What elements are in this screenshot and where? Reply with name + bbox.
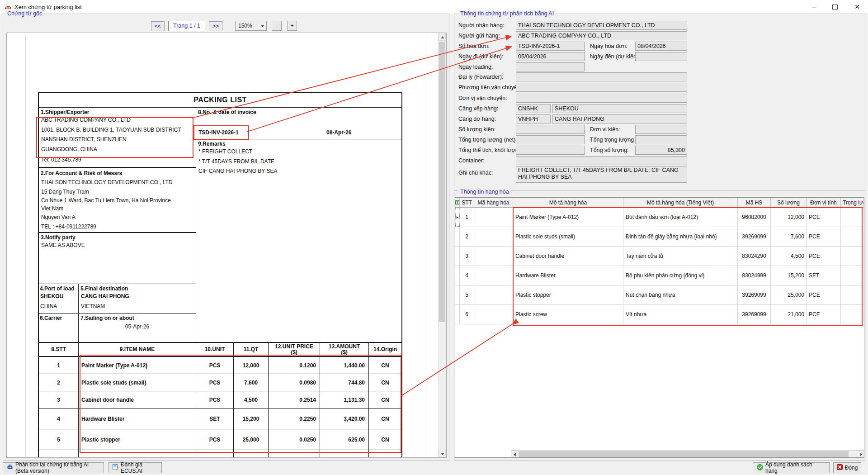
container-input[interactable] bbox=[516, 156, 687, 165]
carrier-unit-input[interactable] bbox=[516, 94, 687, 103]
invoice-no-input[interactable]: TSD-INV-2026-1 bbox=[516, 42, 585, 51]
goods-header-hs[interactable]: Mã HS bbox=[738, 198, 771, 207]
net-weight-label: Tổng trọng lượng (net): bbox=[458, 135, 517, 144]
goods-grid: STT Mã hàng hóa Mô tả hàng hóa Mô tả hàn… bbox=[455, 197, 864, 458]
scrollbar-thumb[interactable] bbox=[439, 42, 445, 322]
zoom-level-value: 150% bbox=[238, 23, 252, 29]
transport-means-input[interactable] bbox=[516, 83, 687, 92]
goods-hs: 83024999 bbox=[738, 266, 771, 285]
goods-code bbox=[474, 305, 513, 324]
page-indicator[interactable]: Trang 1 / 1 bbox=[168, 21, 205, 31]
prev-page-button[interactable]: << bbox=[151, 21, 165, 31]
goods-hs: 39269099 bbox=[738, 227, 771, 246]
row-selector-cell[interactable]: ► bbox=[455, 208, 460, 227]
net-weight-input[interactable] bbox=[516, 135, 585, 144]
goods-header-desc-vi[interactable]: Mô tả hàng hóa (Tiếng Việt) bbox=[623, 198, 738, 207]
minimize-button[interactable]: – bbox=[804, 0, 825, 14]
doc-shipper-cell: 1.Shipper/Exporter ABC TRADING COMPANY C… bbox=[39, 108, 196, 168]
forwarder-input[interactable] bbox=[516, 72, 687, 81]
doc-consignee-line: Co Nhue 1 Ward, Bac Tu Liem Town, Ha Noi… bbox=[39, 196, 196, 204]
grid-horizontal-scrollbar[interactable] bbox=[511, 450, 864, 458]
scroll-up-button[interactable] bbox=[439, 33, 446, 41]
scroll-right-button[interactable] bbox=[857, 451, 864, 458]
consignee-input[interactable]: THAI SON TECHNOLOGY DEVELOPMENT CO., LTD bbox=[516, 21, 687, 30]
invoice-no-label: Số hóa đơn: bbox=[458, 42, 490, 51]
load-port-name-input[interactable]: SHEKOU bbox=[552, 104, 687, 113]
etd-input[interactable]: 05/04/2026 bbox=[516, 52, 585, 61]
goods-row[interactable]: ► 1 Paint Marker (Type A-012) Bút đánh d… bbox=[455, 208, 864, 227]
package-qty-input[interactable] bbox=[516, 125, 585, 134]
doc-item-stt: 4 bbox=[39, 408, 79, 429]
scrollbar-thumb[interactable] bbox=[519, 451, 849, 457]
doc-consignee-label: 2.For Account & Risk of Messrs bbox=[39, 168, 196, 178]
goods-header-stt[interactable]: STT bbox=[460, 198, 474, 207]
goods-header-desc[interactable]: Mô tả hàng hóa bbox=[513, 198, 623, 207]
goods-unit: PCE bbox=[807, 208, 841, 227]
goods-unit: PCE bbox=[807, 305, 841, 324]
loading-date-input[interactable] bbox=[516, 62, 585, 71]
discharge-port-code-input[interactable]: VNHPH bbox=[516, 114, 551, 124]
discharge-port-name-input[interactable]: CANG HAI PHONG bbox=[552, 114, 687, 124]
close-button[interactable]: × bbox=[846, 0, 868, 14]
invoice-date-input[interactable]: 08/04/2026 bbox=[635, 42, 687, 51]
doc-invoice-cell: 8.No. & date of invoice TSD-INV-2026-1 0… bbox=[196, 108, 401, 139]
goods-row[interactable]: 6 Plastic screw Vít nhựa 39269099 21,000… bbox=[455, 305, 864, 324]
total-qty-input[interactable]: 85,300 bbox=[635, 146, 687, 155]
doc-item-unit-price: 0.1200 bbox=[269, 357, 320, 374]
total-qty-label: Tổng số lượng: bbox=[590, 146, 628, 155]
rate-ecus-ai-button[interactable]: Đánh giá ECUS.AI bbox=[108, 462, 162, 473]
goods-row[interactable]: 2 Plastic sole studs (small) Đinh tán đế… bbox=[455, 227, 864, 247]
goods-row[interactable]: 5 Plastic stopper Nút chặn bằng nhựa 392… bbox=[455, 285, 864, 305]
robot-icon bbox=[7, 464, 13, 471]
row-selector-cell[interactable] bbox=[455, 247, 460, 266]
doc-items-header-unit: 10.UNIT bbox=[196, 343, 234, 356]
volume-input[interactable] bbox=[516, 146, 585, 155]
row-selector-cell[interactable] bbox=[455, 227, 460, 246]
doc-item-stt: 5 bbox=[39, 429, 79, 450]
doc-item-name: Cabinet door handle bbox=[79, 391, 196, 408]
goods-desc: Plastic stopper bbox=[513, 285, 623, 304]
close-dialog-button[interactable]: Đóng bbox=[833, 462, 861, 473]
goods-header-unit[interactable]: Đơn vị tính bbox=[807, 198, 841, 207]
goods-header-weight[interactable]: Trọng lượng bbox=[841, 198, 864, 207]
package-unit-input[interactable] bbox=[635, 125, 687, 134]
other-notes-input[interactable]: FREIGHT COLLECT; T/T 45DAYS FROM B/L DAT… bbox=[516, 166, 687, 183]
goods-header-qty[interactable]: Số lượng bbox=[771, 198, 807, 207]
goods-row[interactable]: 3 Cabinet door handle Tay nắm cửa tủ 830… bbox=[455, 247, 864, 266]
scroll-left-button[interactable] bbox=[511, 451, 518, 458]
doc-item-unit-price: 0.2514 bbox=[269, 391, 320, 408]
app-rainbow-icon bbox=[5, 3, 12, 10]
doc-item-unit-price: 0.0250 bbox=[269, 429, 320, 450]
goods-group-label: Thông tin hàng hóa bbox=[458, 189, 511, 195]
goods-row[interactable]: 4 Hardware Blister Bộ phụ kiện phần cứng… bbox=[455, 266, 864, 285]
app-window: Xem chứng từ parking list – × Chứng từ g… bbox=[0, 0, 868, 475]
doc-items-header-stt: 8.STT bbox=[39, 343, 79, 356]
row-selector-cell[interactable] bbox=[455, 266, 460, 285]
goods-unit: PCE bbox=[807, 227, 841, 246]
container-label: Container: bbox=[458, 156, 485, 165]
load-port-label: Cảng xếp hàng: bbox=[458, 104, 498, 113]
scroll-down-button[interactable] bbox=[439, 450, 446, 457]
load-port-code-input[interactable]: CNSHK bbox=[516, 104, 551, 113]
maximize-button[interactable] bbox=[825, 0, 845, 14]
goods-header-code[interactable]: Mã hàng hóa bbox=[474, 198, 513, 207]
package-unit-label: Đơn vị kiện: bbox=[590, 125, 620, 134]
eta-input[interactable] bbox=[635, 52, 687, 61]
doc-title: PACKING LIST bbox=[39, 93, 401, 108]
zoom-out-button[interactable]: - bbox=[272, 21, 282, 31]
row-selector-cell[interactable] bbox=[455, 285, 460, 304]
doc-item-amount: 625.00 bbox=[320, 429, 369, 450]
viewer-vertical-scrollbar[interactable] bbox=[438, 33, 446, 457]
reanalyze-ai-button[interactable]: Phân tích lại chứng từ bằng AI (Beta ver… bbox=[3, 462, 104, 473]
doc-remarks-cell: 9.Remarks * FREIGHT COLLECT * T/T 45DAYS… bbox=[196, 139, 401, 343]
zoom-level-combobox[interactable]: 150% bbox=[235, 21, 267, 31]
next-page-button[interactable]: >> bbox=[209, 21, 222, 31]
gross-weight-input[interactable] bbox=[635, 135, 687, 144]
doc-remarks-line: CIF CANG HAI PHONG BY SEA bbox=[196, 166, 401, 176]
apply-goods-list-button[interactable]: Áp dụng danh sách hàng bbox=[753, 462, 830, 473]
zoom-in-button[interactable]: + bbox=[287, 21, 297, 31]
shipper-input[interactable]: ABC TRADING COMPANY CO., LTD bbox=[516, 31, 687, 40]
row-selector-cell[interactable] bbox=[455, 305, 460, 324]
grid-select-all-cell[interactable] bbox=[455, 198, 460, 207]
doc-item-name: Plastic stopper bbox=[79, 429, 196, 450]
